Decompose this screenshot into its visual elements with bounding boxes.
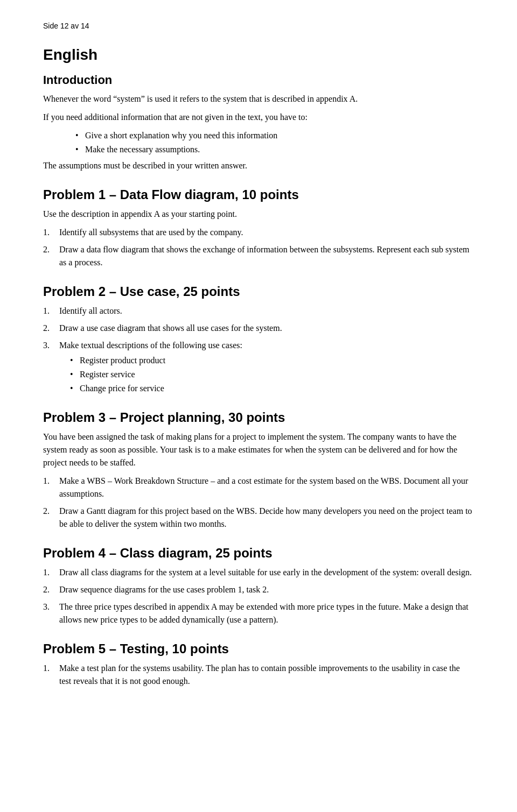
page-container: Side 12 av 14 English Introduction Whene… — [0, 0, 517, 724]
problem3-list: 1. Make a WBS – Work Breakdown Structure… — [43, 475, 474, 531]
problem3-num-2: 2. — [43, 505, 50, 518]
problem5-item-1: 1. Make a test plan for the systems usab… — [43, 662, 474, 688]
intro-heading: Introduction — [43, 73, 474, 87]
problem2-item-1: 1. Identify all actors. — [43, 305, 474, 317]
problem1-num-1: 1. — [43, 226, 50, 239]
problem4-list: 1. Draw all class diagrams for the syste… — [43, 566, 474, 626]
language-heading: English — [43, 46, 474, 63]
problem2-bullet-1: Register product product — [70, 354, 474, 367]
problem2-item-2: 2. Draw a use case diagram that shows al… — [43, 322, 474, 335]
intro-p2-lead: If you need additional information that … — [43, 111, 474, 124]
intro-bullet-list: Give a short explanation why you need th… — [75, 129, 474, 156]
problem4-text-3: The three price types described in appen… — [59, 602, 469, 624]
problem4-heading: Problem 4 – Class diagram, 25 points — [43, 546, 474, 561]
problem2-bullet-list: Register product product Register servic… — [70, 354, 474, 395]
problem5-heading: Problem 5 – Testing, 10 points — [43, 641, 474, 656]
problem3-text-2: Draw a Gantt diagram for this project ba… — [59, 506, 472, 528]
problem2-text-1: Identify all actors. — [59, 306, 122, 315]
problem1-num-2: 2. — [43, 243, 50, 256]
problem5-num-1: 1. — [43, 662, 50, 675]
problem2-num-1: 1. — [43, 305, 50, 317]
problem2-heading: Problem 2 – Use case, 25 points — [43, 284, 474, 299]
problem2-bullet-3: Change price for service — [70, 382, 474, 395]
problem4-text-2: Draw sequence diagrams for the use cases… — [59, 585, 269, 594]
problem1-list: 1. Identify all subsystems that are used… — [43, 226, 474, 269]
problem3-item-1: 1. Make a WBS – Work Breakdown Structure… — [43, 475, 474, 500]
intro-p3: The assumptions must be described in you… — [43, 159, 474, 172]
problem2-list: 1. Identify all actors. 2. Draw a use ca… — [43, 305, 474, 395]
problem2-text-2: Draw a use case diagram that shows all u… — [59, 323, 282, 333]
page-number: Side 12 av 14 — [43, 22, 474, 30]
problem2-bullet-2: Register service — [70, 368, 474, 381]
problem3-num-1: 1. — [43, 475, 50, 488]
intro-bullet-2: Make the necessary assumptions. — [75, 143, 474, 156]
problem4-item-2: 2. Draw sequence diagrams for the use ca… — [43, 583, 474, 596]
problem3-p1: You have been assigned the task of makin… — [43, 430, 474, 469]
intro-bullet-1: Give a short explanation why you need th… — [75, 129, 474, 142]
problem2-item-3: 3. Make textual descriptions of the foll… — [43, 339, 474, 395]
problem2-text-3: Make textual descriptions of the followi… — [59, 341, 242, 350]
problem3-item-2: 2. Draw a Gantt diagram for this project… — [43, 505, 474, 531]
problem1-item-1: 1. Identify all subsystems that are used… — [43, 226, 474, 239]
problem4-item-3: 3. The three price types described in ap… — [43, 601, 474, 626]
problem4-text-1: Draw all class diagrams for the system a… — [59, 568, 472, 577]
problem1-item-2: 2. Draw a data flow diagram that shows t… — [43, 243, 474, 269]
intro-p1: Whenever the word “system” is used it re… — [43, 93, 474, 105]
problem4-num-1: 1. — [43, 566, 50, 579]
problem4-num-2: 2. — [43, 583, 50, 596]
problem5-list: 1. Make a test plan for the systems usab… — [43, 662, 474, 688]
problem2-num-2: 2. — [43, 322, 50, 335]
problem5-text-1: Make a test plan for the systems usabili… — [59, 663, 460, 686]
problem1-heading: Problem 1 – Data Flow diagram, 10 points — [43, 187, 474, 202]
problem3-text-1: Make a WBS – Work Breakdown Structure – … — [59, 476, 468, 498]
problem4-item-1: 1. Draw all class diagrams for the syste… — [43, 566, 474, 579]
problem4-num-3: 3. — [43, 601, 50, 613]
problem3-heading: Problem 3 – Project planning, 30 points — [43, 410, 474, 425]
problem2-num-3: 3. — [43, 339, 50, 352]
problem1-text-2: Draw a data flow diagram that shows the … — [59, 245, 470, 267]
problem1-text-1: Identify all subsystems that are used by… — [59, 228, 243, 237]
problem1-intro: Use the description in appendix A as you… — [43, 208, 474, 221]
